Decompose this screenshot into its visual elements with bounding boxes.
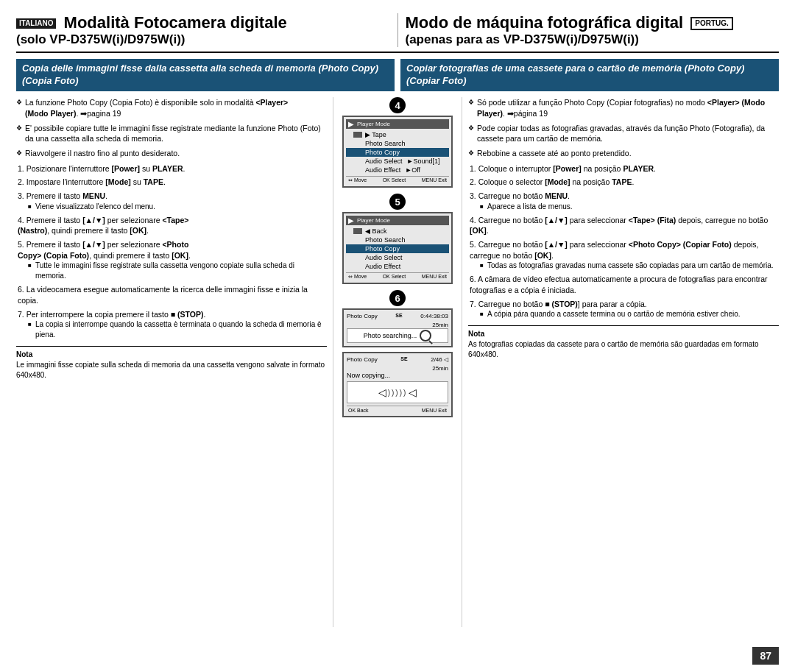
- right-step-7: 7. Carregue no botão ■ (STOP)] para para…: [468, 299, 779, 320]
- left-step-1: 1. Posizionare l'interruttore [Power] su…: [16, 163, 327, 174]
- step-6-circle: 6: [389, 290, 406, 306]
- right-nota-label: Nota: [468, 330, 484, 338]
- tape-reel-left: ◁: [378, 386, 386, 398]
- screen-6a-label: Photo Copy: [347, 313, 378, 319]
- screen-5-footer: ⇔ MoveOK SelectMENU Exit: [346, 272, 449, 280]
- step-5-circle: 5: [389, 194, 406, 210]
- right-nota: Nota As fotografias copiadas da cassete …: [468, 325, 779, 360]
- left-step-4: 4. Premere il tasto [▲/▼] per selezionar…: [16, 215, 327, 236]
- screen-6a-se: SE: [395, 313, 402, 319]
- step-6-block: 6 Photo Copy SE 0:44:38:03 25min Photo s…: [339, 290, 456, 417]
- subheader-left: Copia delle immagini fisse dalla cassett…: [16, 59, 395, 91]
- right-step-5-sub: Todas as fotografias gravadas numa casse…: [480, 261, 779, 271]
- screen-6a: Photo Copy SE 0:44:38:03 25min Photo sea…: [342, 308, 453, 347]
- screen-6b-se: SE: [400, 356, 407, 363]
- screen-5-effect: Audio Effect: [346, 262, 449, 271]
- right-step-5: 5. Carregue no botão [▲/▼] para seleccio…: [468, 239, 779, 271]
- screen-5-search: Photo Search: [346, 236, 449, 244]
- header-right: Modo de máquina fotográfica digital PORT…: [398, 13, 780, 47]
- right-step-2: 2. Coloque o selector [Mode] na posição …: [468, 177, 779, 188]
- screen-6b-label: Photo Copy: [347, 356, 378, 363]
- photo-searching-text: Photo searching...: [364, 332, 417, 339]
- header-subtitle-left: (solo VP-D375W(i)/D975W(i)): [16, 32, 390, 47]
- left-step-7-sub: La copia si interrompe quando la cassett…: [28, 319, 327, 340]
- col-center: 4 ▶ Player Mode ▶ Tape Photo Search Phot…: [333, 97, 462, 627]
- lang-badge-portug: PORTUG.: [690, 17, 733, 30]
- left-step-3: 3. Premere il tasto MENU. Viene visualiz…: [16, 191, 327, 212]
- right-bullet-1: Só pode utilizar a função Photo Copy (Co…: [468, 97, 779, 119]
- left-step-3-sub: Viene visualizzato l'elenco del menu.: [28, 202, 327, 212]
- col-right: Só pode utilizar a função Photo Copy (Co…: [462, 97, 779, 627]
- menu-exit-label: MENU Exit: [422, 408, 447, 413]
- tape-icon-5: [353, 228, 362, 234]
- step-4-block: 4 ▶ Player Mode ▶ Tape Photo Search Phot…: [339, 97, 456, 188]
- tape-icon: [353, 132, 362, 138]
- tape-animation: ◁ ))))) ◁: [347, 381, 448, 403]
- screen-4-item-effect: Audio Effect ►Off: [346, 166, 449, 174]
- screen-4-footer: ⇔ MoveOK SelectMENU Exit: [346, 176, 449, 184]
- header-left: ITALIANO Modalità Fotocamera digitale (s…: [16, 13, 398, 47]
- page-container: ITALIANO Modalità Fotocamera digitale (s…: [0, 0, 795, 672]
- screen-4-item-tape: ▶ Tape: [346, 130, 449, 139]
- page-number: 87: [752, 647, 779, 665]
- left-step-6: 6. La videocamera esegue automaticamente…: [16, 284, 327, 305]
- screen-5-audio: Audio Select: [346, 253, 449, 262]
- header: ITALIANO Modalità Fotocamera digitale (s…: [16, 13, 779, 53]
- header-title-left: ITALIANO Modalità Fotocamera digitale: [16, 13, 390, 32]
- left-step-2: 2. Impostare l'interruttore [Mode] su TA…: [16, 177, 327, 188]
- now-copying-label: Now copying...: [347, 372, 448, 379]
- left-nota-text: Le immagini fisse copiate sulla scheda d…: [16, 361, 325, 379]
- right-step-4: 4. Carregue no botão [▲/▼] para seleccio…: [468, 215, 779, 236]
- right-step-7-sub: A cópia pára quando a cassete termina ou…: [480, 309, 779, 319]
- screen-4-header: ▶ Player Mode: [346, 119, 449, 129]
- right-step-1: 1. Coloque o interruptor [Power] na posi…: [468, 163, 779, 174]
- left-step-7: 7. Per interrompere la copia premere il …: [16, 309, 327, 341]
- screen-5: ▶ Player Mode ◀ Back Photo Search Photo …: [342, 212, 453, 284]
- screen-5-header: ▶ Player Mode: [346, 216, 449, 225]
- right-step-3-sub: Aparece a lista de menus.: [480, 202, 779, 212]
- screen-6a-time: 0:44:38:03: [420, 313, 448, 319]
- right-nota-text: As fotografias copiadas da cassete para …: [468, 340, 759, 358]
- left-step-5-sub: Tutte le immagini fisse registrate sulla…: [28, 261, 327, 281]
- header-subtitle-right: (apenas para as VP-D375W(i)/D975W(i)): [406, 32, 780, 47]
- step-4-circle: 4: [389, 97, 406, 113]
- screen-6b-top: Photo Copy SE 2/46 ◁: [347, 356, 448, 363]
- screen-5-copy: Photo Copy: [346, 244, 449, 253]
- screen-6a-top: Photo Copy SE 0:44:38:03: [347, 313, 448, 319]
- main-content: La funzione Photo Copy (Copia Foto) è di…: [16, 97, 779, 627]
- magnifier-icon: [420, 330, 431, 342]
- right-step-6: 6. A câmara de vídeo efectua automaticam…: [468, 274, 779, 295]
- right-bullet-2: Pode copiar todas as fotografias gravada…: [468, 123, 779, 144]
- step-5-block: 5 ▶ Player Mode ◀ Back Photo Search Phot…: [339, 194, 456, 284]
- screen-6b-remain: 25min: [347, 365, 448, 372]
- screen-6a-remain: 25min: [347, 322, 448, 328]
- header-title-right: Modo de máquina fotográfica digital PORT…: [406, 13, 780, 32]
- left-bullet-1: La funzione Photo Copy (Copia Foto) è di…: [16, 97, 327, 119]
- left-bullet-3: Riavvolgere il nastro fino al punto desi…: [16, 148, 327, 159]
- screen-4: ▶ Player Mode ▶ Tape Photo Search Photo …: [342, 116, 453, 188]
- ok-back-label: OK Back: [348, 408, 369, 413]
- screen-6b-counter: 2/46 ◁: [431, 356, 448, 363]
- right-bullet-3: Rebobine a cassete até ao ponto pretendi…: [468, 148, 779, 159]
- screen-6a-bar: Photo searching...: [347, 328, 448, 343]
- col-left: La funzione Photo Copy (Copia Foto) è di…: [16, 97, 333, 627]
- lang-badge-italiano: ITALIANO: [16, 18, 56, 29]
- subheader-right: Copiar fotografias de uma cassete para o…: [400, 59, 779, 91]
- screen-5-back: ◀ Back: [346, 227, 449, 236]
- subheader: Copia delle immagini fisse dalla cassett…: [16, 59, 779, 91]
- screen-4-item-copy: Photo Copy: [346, 148, 449, 157]
- screen-6b: Photo Copy SE 2/46 ◁ 25min Now copying..…: [342, 352, 453, 417]
- search-icon-area: Photo searching...: [364, 330, 432, 342]
- screen-4-item-search: Photo Search: [346, 139, 449, 148]
- screen-6b-footer: OK Back MENU Exit: [347, 406, 448, 413]
- screen-4-item-audio: Audio Select ►Sound[1]: [346, 157, 449, 166]
- right-step-3: 3. Carregue no botão MENU. Aparece a lis…: [468, 191, 779, 212]
- left-bullet-2: E' possibile copiare tutte le immagini f…: [16, 123, 327, 144]
- left-nota: Nota Le immagini fisse copiate sulla sch…: [16, 346, 327, 381]
- tape-dots: ))))): [388, 389, 408, 397]
- tape-reel-right: ◁: [409, 386, 417, 398]
- left-step-5: 5. Premere il tasto [▲/▼] per selezionar…: [16, 239, 327, 281]
- left-nota-label: Nota: [16, 350, 32, 358]
